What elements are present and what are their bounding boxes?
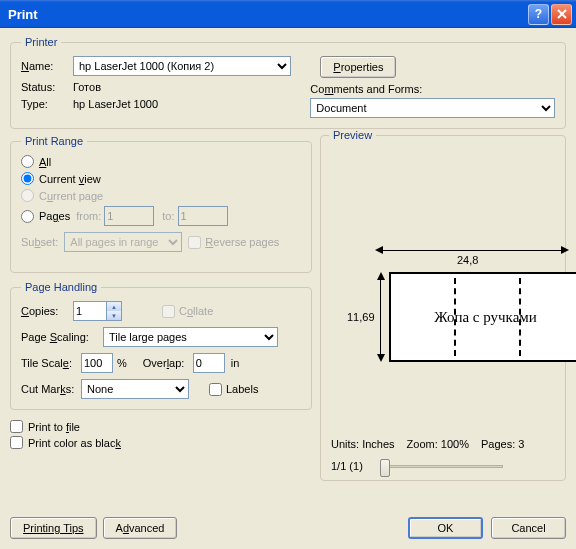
to-label: to:	[162, 210, 174, 222]
print-to-file-label: Print to file	[28, 421, 80, 433]
all-label: All	[39, 156, 51, 168]
print-to-file-checkbox[interactable]	[10, 420, 23, 433]
page-handling-group: Page Handling Copies: ▲ ▼ Collate Page S…	[10, 281, 312, 410]
comments-label: Comments and Forms:	[310, 83, 555, 95]
preview-pages: Pages: 3	[481, 438, 524, 450]
subset-label: Subset:	[21, 236, 58, 248]
print-black-label: Print color as black	[28, 437, 121, 449]
current-page-label: Current page	[39, 190, 103, 202]
preview-slider[interactable]	[383, 465, 503, 468]
subset-select: All pages in range	[64, 232, 182, 252]
preview-width: 24,8	[453, 254, 482, 266]
preview-canvas: 24,8 11,69 Жопа с ручками	[347, 246, 576, 362]
pages-label: Pages	[39, 210, 70, 222]
radio-current-page	[21, 189, 34, 202]
spin-down-icon[interactable]: ▼	[106, 311, 121, 320]
printer-select[interactable]: hp LaserJet 1000 (Копия 2)	[73, 56, 291, 76]
print-range-group: Print Range All Current view Current pag…	[10, 135, 312, 273]
preview-group: Preview 24,8 11,69 Жоп	[320, 135, 566, 481]
current-view-label: Current view	[39, 173, 101, 185]
reverse-label: Reverse pages	[205, 236, 279, 248]
radio-all[interactable]	[21, 155, 34, 168]
close-button[interactable]	[551, 4, 572, 25]
advanced-button[interactable]: Advanced	[103, 517, 178, 539]
status-label: Status:	[21, 81, 73, 93]
to-input	[178, 206, 228, 226]
spin-up-icon[interactable]: ▲	[106, 302, 121, 311]
window-title: Print	[8, 7, 526, 22]
printing-tips-button[interactable]: Printing Tips	[10, 517, 97, 539]
overlap-unit: in	[231, 357, 240, 369]
from-input	[104, 206, 154, 226]
scaling-label: Page Scaling:	[21, 331, 103, 343]
preview-units: Units: Inches	[331, 438, 395, 450]
type-value: hp LaserJet 1000	[73, 98, 158, 110]
overlap-label: Overlap:	[143, 357, 193, 369]
comments-select[interactable]: Document	[310, 98, 555, 118]
copies-label: Copies:	[21, 305, 73, 317]
status-value: Готов	[73, 81, 101, 93]
printer-group: Printer Name: hp LaserJet 1000 (Копия 2)…	[10, 36, 566, 129]
tilescale-label: Tile Scale:	[21, 357, 81, 369]
preview-position: 1/1 (1)	[331, 460, 363, 472]
percent-label: %	[117, 357, 127, 369]
titlebar: Print ?	[0, 0, 576, 28]
properties-button[interactable]: Properties	[320, 56, 396, 78]
labels-label: Labels	[226, 383, 258, 395]
help-button[interactable]: ?	[528, 4, 549, 25]
radio-current-view[interactable]	[21, 172, 34, 185]
printer-legend: Printer	[21, 36, 61, 48]
labels-checkbox[interactable]	[209, 383, 222, 396]
handling-legend: Page Handling	[21, 281, 101, 293]
collate-label: Collate	[179, 305, 213, 317]
preview-height: 11,69	[347, 311, 375, 323]
collate-checkbox	[162, 305, 175, 318]
reverse-checkbox	[188, 236, 201, 249]
preview-doc-text: Жопа с ручками	[434, 309, 537, 326]
preview-zoom: Zoom: 100%	[407, 438, 469, 450]
copies-spinner[interactable]: ▲ ▼	[73, 301, 122, 321]
preview-legend: Preview	[329, 129, 376, 141]
type-label: Type:	[21, 98, 73, 110]
range-legend: Print Range	[21, 135, 87, 147]
cutmarks-select[interactable]: None	[81, 379, 189, 399]
scaling-select[interactable]: Tile large pages	[103, 327, 278, 347]
tilescale-input[interactable]	[81, 353, 113, 373]
slider-thumb-icon[interactable]	[380, 459, 390, 477]
print-black-checkbox[interactable]	[10, 436, 23, 449]
copies-input[interactable]	[74, 303, 106, 319]
from-label: from:	[76, 210, 101, 222]
name-label: Name:	[21, 60, 73, 72]
cutmarks-label: Cut Marks:	[21, 383, 81, 395]
close-icon	[557, 9, 567, 19]
cancel-button[interactable]: Cancel	[491, 517, 566, 539]
radio-pages[interactable]	[21, 210, 34, 223]
overlap-input[interactable]	[193, 353, 225, 373]
ok-button[interactable]: OK	[408, 517, 483, 539]
